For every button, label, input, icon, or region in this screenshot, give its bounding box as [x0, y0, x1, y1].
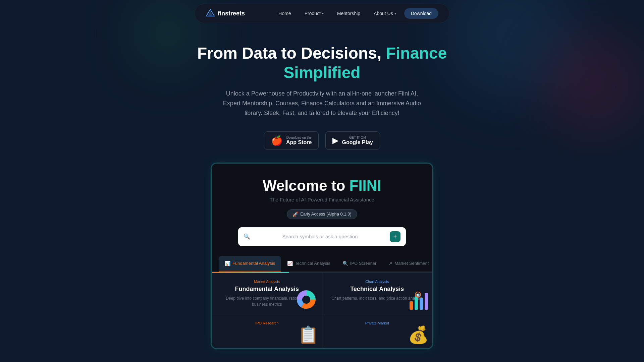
- app-inner: Welcome to FIINI The Future of AI-Powere…: [212, 164, 432, 348]
- rocket-icon: 🚀: [292, 212, 298, 217]
- svg-rect-5: [415, 296, 418, 310]
- logo[interactable]: finstreets: [206, 9, 245, 18]
- card-category-ipo: IPO Research: [219, 321, 315, 325]
- card-category-market: Market Analysis: [219, 280, 315, 284]
- app-title-fiini: FIINI: [350, 177, 381, 194]
- nav-product[interactable]: Product ▾: [299, 9, 329, 18]
- logo-icon: [206, 9, 215, 18]
- card-category-chart: Chart Analysis: [329, 280, 426, 284]
- card-fundamental-analysis[interactable]: Market Analysis Fundamental Analysis Dee…: [212, 273, 322, 314]
- nav-home[interactable]: Home: [273, 9, 296, 18]
- app-preview: Welcome to FIINI The Future of AI-Powere…: [211, 163, 433, 349]
- svg-rect-6: [420, 298, 423, 310]
- navbar-inner: finstreets Home Product ▾ Mentorship Abo…: [195, 4, 449, 23]
- card-ipo-research[interactable]: IPO Research 📋: [212, 314, 322, 348]
- nav-mentorship[interactable]: Mentorship: [332, 9, 366, 18]
- appstore-label-large: App Store: [286, 139, 312, 145]
- store-buttons: 🍎 Download on the App Store ▶ GET IT ON …: [7, 131, 637, 150]
- bar-chart-icon: 📊: [225, 261, 230, 266]
- tab-technical-analysis[interactable]: 📈 Technical Analysis: [281, 256, 336, 272]
- app-subtitle: The Future of AI-Powered Financial Assis…: [225, 197, 419, 202]
- logo-text: finstreets: [218, 10, 245, 17]
- svg-rect-4: [410, 301, 413, 310]
- search-bar[interactable]: 🔍 Search symbols or ask a question +: [238, 227, 406, 246]
- sentiment-icon: ↗: [388, 261, 392, 266]
- tab-fundamental-analysis[interactable]: 📊 Fundamental Analysis: [219, 256, 281, 272]
- apple-icon: 🍎: [271, 135, 283, 146]
- app-header: Welcome to FIINI The Future of AI-Powere…: [212, 164, 432, 256]
- card-private-market[interactable]: Private Market 💰: [322, 314, 432, 348]
- private-market-icon: 💰: [408, 325, 429, 345]
- hero-title: From Data to Decisions, FinanceSimplifie…: [7, 44, 637, 82]
- hero-subtitle: Unlock a Powerhouse of Productivity with…: [218, 89, 426, 118]
- bar-chart-visual: 📊: [408, 291, 428, 311]
- nav-about[interactable]: About Us ▾: [368, 9, 401, 18]
- card-category-private: Private Market: [329, 321, 426, 325]
- tab-market-sentiment[interactable]: ↗ Market Sentiment: [382, 256, 432, 272]
- tab-ipo-screener[interactable]: 🔍 IPO Screener: [336, 256, 383, 272]
- app-tabs: 📊 Fundamental Analysis 📈 Technical Analy…: [212, 256, 432, 272]
- hero-section: From Data to Decisions, FinanceSimplifie…: [0, 27, 644, 362]
- search-add-button[interactable]: +: [390, 231, 400, 242]
- googleplay-label-large: Google Play: [342, 139, 373, 145]
- ipo-icon: 📋: [298, 325, 319, 345]
- cards-grid: Market Analysis Fundamental Analysis Dee…: [212, 273, 432, 348]
- screener-icon: 🔍: [342, 261, 348, 266]
- appstore-button[interactable]: 🍎 Download on the App Store: [264, 131, 319, 150]
- early-access-badge: 🚀 Early Access (Alpha 0.1.0): [287, 209, 357, 219]
- googleplay-label-small: GET IT ON: [342, 136, 373, 139]
- svg-rect-7: [425, 293, 428, 310]
- line-chart-icon: 📈: [287, 261, 293, 266]
- nav-links: Home Product ▾ Mentorship About Us ▾ Dow…: [273, 8, 438, 19]
- google-play-icon: ▶: [332, 136, 338, 145]
- chevron-down-icon: ▾: [322, 12, 324, 15]
- appstore-label-small: Download on the: [286, 136, 312, 139]
- card-technical-analysis[interactable]: Chart Analysis Technical Analysis Chart …: [322, 273, 432, 314]
- search-icon: 🔍: [244, 233, 250, 240]
- pie-chart-visual: [294, 288, 318, 311]
- app-title: Welcome to FIINI: [225, 177, 419, 194]
- svg-text:📊: 📊: [416, 293, 420, 297]
- svg-point-3: [302, 296, 310, 304]
- nav-download[interactable]: Download: [404, 8, 438, 19]
- navbar: finstreets Home Product ▾ Mentorship Abo…: [0, 0, 644, 27]
- search-placeholder: Search symbols or ask a question: [254, 234, 386, 239]
- chevron-down-icon-2: ▾: [394, 12, 396, 15]
- googleplay-button[interactable]: ▶ GET IT ON Google Play: [325, 131, 380, 150]
